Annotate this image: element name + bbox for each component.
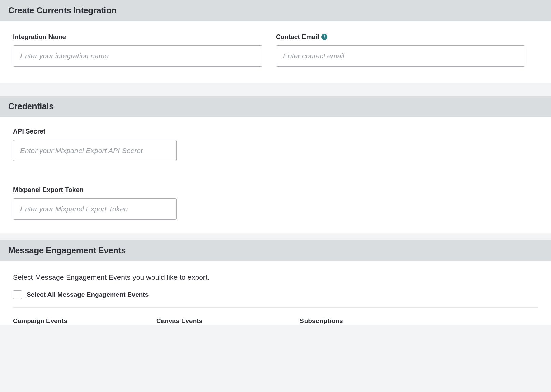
export-token-input[interactable]: [13, 198, 177, 220]
integration-name-group: Integration Name: [13, 33, 262, 67]
subscriptions-column: Subscriptions: [300, 317, 538, 325]
integration-name-input[interactable]: [13, 45, 262, 67]
info-icon[interactable]: i: [321, 34, 327, 40]
events-title: Message Engagement Events: [8, 246, 543, 255]
credentials-body: API Secret Mixpanel Export Token: [0, 117, 551, 233]
credentials-title: Credentials: [8, 101, 543, 111]
canvas-events-header: Canvas Events: [156, 317, 300, 325]
credentials-header: Credentials: [0, 96, 551, 117]
subscriptions-header: Subscriptions: [300, 317, 538, 325]
select-all-label: Select All Message Engagement Events: [27, 291, 149, 298]
section-gap-1: [0, 83, 551, 96]
section-gap-2: [0, 233, 551, 240]
api-secret-group: API Secret: [13, 128, 177, 161]
contact-email-label: Contact Email: [276, 33, 319, 41]
export-token-block: Mixpanel Export Token: [0, 175, 551, 233]
create-integration-header: Create Currents Integration: [0, 0, 551, 21]
events-description: Select Message Engagement Events you wou…: [13, 273, 538, 281]
canvas-events-column: Canvas Events: [156, 317, 300, 325]
campaign-events-header: Campaign Events: [13, 317, 156, 325]
integration-name-label: Integration Name: [13, 33, 262, 41]
campaign-events-column: Campaign Events: [13, 317, 156, 325]
export-token-group: Mixpanel Export Token: [13, 186, 177, 220]
export-token-label: Mixpanel Export Token: [13, 186, 177, 194]
contact-email-label-row: Contact Email i: [276, 33, 525, 41]
api-secret-label: API Secret: [13, 128, 177, 135]
select-all-checkbox[interactable]: [13, 290, 22, 299]
api-secret-input[interactable]: [13, 140, 177, 161]
events-header: Message Engagement Events: [0, 240, 551, 261]
api-secret-block: API Secret: [0, 117, 551, 175]
contact-email-group: Contact Email i: [276, 33, 525, 67]
create-integration-form-row: Integration Name Contact Email i: [13, 33, 538, 67]
events-body: Select Message Engagement Events you wou…: [0, 261, 551, 325]
create-integration-body: Integration Name Contact Email i: [0, 21, 551, 83]
create-integration-title: Create Currents Integration: [8, 5, 543, 15]
events-columns-row: Campaign Events Canvas Events Subscripti…: [13, 307, 538, 325]
select-all-row: Select All Message Engagement Events: [13, 290, 538, 299]
contact-email-input[interactable]: [276, 45, 525, 67]
